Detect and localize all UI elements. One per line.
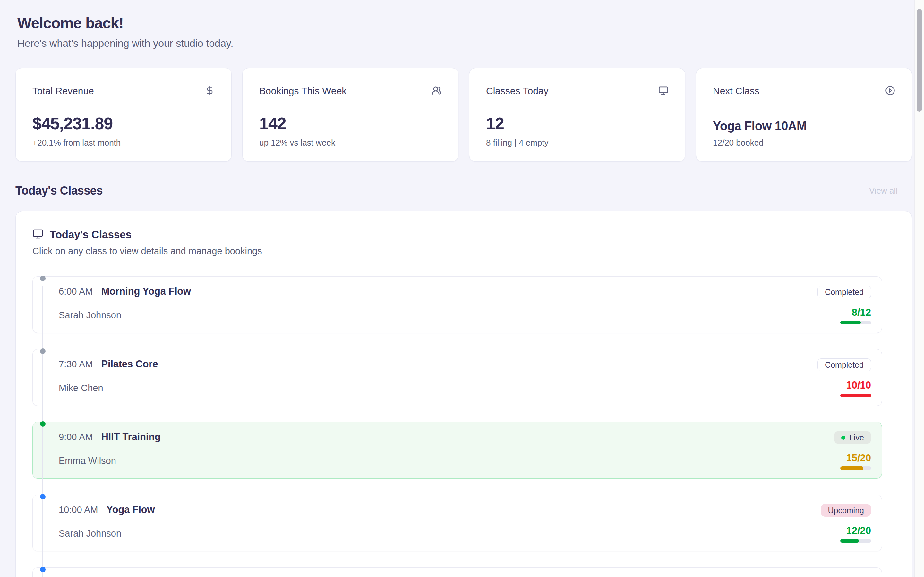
timeline-dot bbox=[40, 567, 45, 572]
capacity-bar bbox=[840, 321, 871, 324]
scrollbar-thumb[interactable] bbox=[917, 9, 922, 111]
status-badge: Completed bbox=[817, 358, 871, 371]
view-all-link[interactable]: View all bbox=[869, 186, 898, 196]
page-title: Welcome back! bbox=[17, 14, 912, 32]
class-name: Pilates Core bbox=[101, 358, 158, 370]
dollar-sign-icon bbox=[205, 85, 215, 95]
monitor-icon bbox=[32, 229, 43, 241]
timeline-dot bbox=[40, 421, 45, 427]
stat-card-bookings-week: Bookings This Week 142 up 12% vs last we… bbox=[242, 68, 459, 161]
class-row[interactable]: 7:30 AM Pilates Core Mike Chen Completed… bbox=[32, 349, 882, 406]
class-row[interactable]: 12:00 PM Strength Training Upcoming bbox=[32, 567, 882, 577]
users-icon bbox=[431, 85, 441, 95]
class-time: 9:00 AM bbox=[59, 432, 93, 442]
stat-caption: 8 filling | 4 empty bbox=[486, 138, 668, 148]
class-time: 7:30 AM bbox=[59, 359, 93, 370]
class-row[interactable]: 9:00 AM HIIT Training Emma Wilson Live 1… bbox=[32, 422, 882, 479]
stat-cards: Total Revenue $45,231.89 +20.1% from las… bbox=[15, 68, 912, 161]
capacity-bar-fill bbox=[840, 539, 859, 543]
capacity-bar-fill bbox=[840, 394, 871, 397]
stat-label: Bookings This Week bbox=[259, 85, 347, 97]
capacity-bar-fill bbox=[840, 466, 863, 470]
monitor-icon bbox=[658, 85, 668, 95]
capacity-bar bbox=[840, 539, 871, 543]
stat-label: Next Class bbox=[713, 85, 759, 97]
class-name: HIIT Training bbox=[101, 431, 160, 443]
capacity-bar bbox=[840, 466, 871, 470]
scrollbar-track[interactable] bbox=[914, 0, 924, 577]
class-name: Morning Yoga Flow bbox=[101, 285, 191, 297]
class-instructor: Mike Chen bbox=[59, 383, 158, 393]
timeline-dot bbox=[40, 276, 45, 281]
timeline-dot bbox=[40, 348, 45, 354]
class-instructor: Sarah Johnson bbox=[59, 310, 191, 321]
class-instructor: Sarah Johnson bbox=[59, 528, 155, 539]
class-row[interactable]: 6:00 AM Morning Yoga Flow Sarah Johnson … bbox=[32, 276, 882, 333]
stat-value: 142 bbox=[259, 114, 441, 133]
class-instructor: Emma Wilson bbox=[59, 456, 161, 466]
booking-count: 15/20 bbox=[846, 452, 871, 464]
booking-count: 12/20 bbox=[846, 525, 871, 537]
stat-label: Total Revenue bbox=[32, 85, 94, 97]
play-circle-icon bbox=[885, 85, 895, 95]
class-time: 10:00 AM bbox=[59, 504, 98, 515]
todays-classes-card: Today's Classes Click on any class to vi… bbox=[15, 211, 912, 577]
stat-value: 12 bbox=[486, 114, 668, 133]
stat-card-total-revenue: Total Revenue $45,231.89 +20.1% from las… bbox=[15, 68, 232, 161]
status-badge: Completed bbox=[817, 285, 871, 298]
dashboard-page: Welcome back! Here's what's happening wi… bbox=[0, 0, 924, 577]
page-subtitle: Here's what's happening with your studio… bbox=[17, 37, 912, 49]
section-title: Today's Classes bbox=[15, 184, 103, 197]
status-badge: Live bbox=[834, 431, 871, 444]
booking-count: 8/12 bbox=[852, 307, 871, 318]
card-title: Today's Classes bbox=[50, 229, 132, 241]
class-row[interactable]: 10:00 AM Yoga Flow Sarah Johnson Upcomin… bbox=[32, 495, 882, 551]
stat-caption: up 12% vs last week bbox=[259, 138, 441, 148]
stat-value: Yoga Flow 10AM bbox=[713, 119, 895, 133]
stat-label: Classes Today bbox=[486, 85, 549, 97]
status-badge: Upcoming bbox=[821, 504, 871, 517]
capacity-bar bbox=[840, 394, 871, 397]
card-subtitle: Click on any class to view details and m… bbox=[32, 246, 895, 256]
live-dot-icon bbox=[841, 436, 845, 440]
class-list: 6:00 AM Morning Yoga Flow Sarah Johnson … bbox=[32, 276, 882, 577]
class-name: Yoga Flow bbox=[107, 504, 155, 516]
stat-card-classes-today: Classes Today 12 8 filling | 4 empty bbox=[469, 68, 685, 161]
stat-card-next-class: Next Class Yoga Flow 10AM 12/20 booked bbox=[696, 68, 912, 161]
stat-caption: 12/20 booked bbox=[713, 138, 895, 148]
stat-caption: +20.1% from last month bbox=[32, 138, 215, 148]
timeline-dot bbox=[40, 494, 45, 500]
class-time: 6:00 AM bbox=[59, 286, 93, 297]
stat-value: $45,231.89 bbox=[32, 114, 215, 133]
capacity-bar-fill bbox=[840, 321, 861, 324]
booking-count: 10/10 bbox=[846, 380, 871, 391]
